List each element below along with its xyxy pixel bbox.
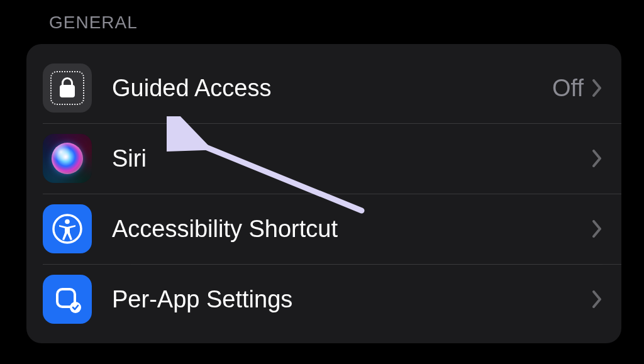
row-per-app-settings[interactable]: Per-App Settings (43, 264, 602, 334)
row-value: Off (552, 75, 584, 102)
row-divider (131, 194, 602, 194)
row-accessibility-shortcut[interactable]: Accessibility Shortcut (43, 194, 602, 264)
row-label: Guided Access (112, 75, 552, 102)
settings-card-general: Guided Access Off Siri Accessibility Sho… (26, 44, 621, 343)
guided-access-icon (43, 63, 92, 113)
row-label: Per-App Settings (112, 286, 592, 313)
row-guided-access[interactable]: Guided Access Off (43, 53, 602, 123)
row-divider (131, 123, 602, 124)
accessibility-icon (43, 204, 92, 253)
section-header-general: GENERAL (49, 13, 138, 33)
per-app-icon (43, 275, 92, 324)
row-siri[interactable]: Siri (43, 123, 602, 194)
row-divider (131, 264, 602, 265)
chevron-right-icon (592, 290, 602, 308)
chevron-right-icon (592, 220, 602, 238)
row-label: Siri (112, 145, 592, 172)
row-label: Accessibility Shortcut (112, 216, 592, 243)
siri-icon (43, 134, 92, 183)
svg-point-1 (65, 219, 70, 224)
chevron-right-icon (592, 150, 602, 167)
chevron-right-icon (592, 79, 602, 97)
